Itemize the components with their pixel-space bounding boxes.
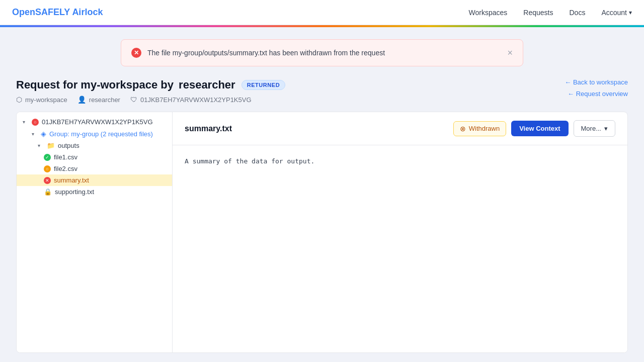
page-meta: ⬡ my-workspace 👤 researcher 🛡 01JKB7EH7Y… <box>16 96 285 104</box>
tree-group[interactable]: ▾ ◈ Group: my-group (2 requested files) <box>17 128 172 140</box>
tree-root-label: 01JKB7EH7YARVWXW1X2YP1K5VG <box>42 118 166 126</box>
tree-supporting-label: supporting.txt <box>55 188 166 196</box>
page-title-user: researcher <box>179 78 235 91</box>
chevron-down-icon: ▾ <box>604 125 608 132</box>
more-button[interactable]: More... ▾ <box>574 120 615 137</box>
brand-name-part1: OpenSAFELY <box>12 7 70 17</box>
page-title-text: Request for my-workspace by researcher <box>16 78 235 92</box>
nav-account-label: Account <box>601 9 627 17</box>
summary-status-icon: ✕ <box>44 177 51 184</box>
workspace-icon: ⬡ <box>16 96 22 104</box>
meta-user-label: researcher <box>89 96 120 104</box>
group-icon: ◈ <box>41 130 46 138</box>
folder-icon: 📁 <box>47 142 55 149</box>
tree-folder-outputs[interactable]: ▾ 📁 outputs <box>17 140 172 151</box>
meta-request-id: 🛡 01JKB7EH7YARVWXW1X2YP1K5VG <box>130 96 252 104</box>
chevron-down-icon: ▾ <box>23 119 29 125</box>
tree-summary-label: summary.txt <box>54 176 166 184</box>
workspace-layout: ▾ ○ 01JKB7EH7YARVWXW1X2YP1K5VG ▾ ◈ Group… <box>16 112 628 353</box>
tree-file-summarytxt[interactable]: ✕ summary.txt <box>17 174 172 186</box>
user-icon: 👤 <box>77 96 86 104</box>
page-title-section: Request for my-workspace by researcher R… <box>16 78 285 104</box>
file-header: summary.txt ⊗ Withdrawn View Context Mor… <box>173 112 627 145</box>
file-actions: ⊗ Withdrawn View Context More... ▾ <box>453 120 615 137</box>
nav-links: Workspaces Requests Docs Account ▾ <box>469 9 632 17</box>
alert-close-button[interactable]: × <box>507 48 513 57</box>
file-content-text: A summary of the data for output. <box>185 157 615 165</box>
page-header: Request for my-workspace by researcher R… <box>16 78 628 104</box>
brand-logo[interactable]: OpenSAFELY Airlock <box>12 7 103 18</box>
back-to-workspace-link[interactable]: ← Back to workspace <box>565 78 628 86</box>
alert-error-icon: ✕ <box>131 48 141 58</box>
tree-file-supportingtxt[interactable]: 🔒 supporting.txt <box>17 186 172 198</box>
tree-file-file2csv[interactable]: ○ file2.csv <box>17 163 172 174</box>
tree-group-label[interactable]: Group: my-group (2 requested files) <box>49 130 166 138</box>
nav-requests[interactable]: Requests <box>523 9 553 17</box>
nav-workspaces[interactable]: Workspaces <box>469 9 508 17</box>
nav-docs[interactable]: Docs <box>570 9 586 17</box>
file-tree: ▾ ○ 01JKB7EH7YARVWXW1X2YP1K5VG ▾ ◈ Group… <box>17 112 173 352</box>
tree-file1-label: file1.csv <box>54 153 166 161</box>
alert-banner: ✕ The file my-group/outputs/summary.txt … <box>121 39 523 66</box>
meta-workspace-label: my-workspace <box>25 96 67 104</box>
file2-status-icon: ○ <box>44 165 51 172</box>
id-icon: 🛡 <box>130 96 137 104</box>
meta-request-id-label: 01JKB7EH7YARVWXW1X2YP1K5VG <box>140 96 252 104</box>
chevron-down-icon: ▾ <box>32 131 38 137</box>
tree-folder-label: outputs <box>58 142 166 149</box>
chevron-down-icon: ▾ <box>38 143 44 148</box>
file-view: summary.txt ⊗ Withdrawn View Context Mor… <box>173 112 627 352</box>
withdrawn-badge: ⊗ Withdrawn <box>453 121 506 136</box>
root-status-icon: ○ <box>32 119 39 126</box>
brand-name-part2: Airlock <box>72 7 103 17</box>
more-label: More... <box>581 125 601 132</box>
alert-content: ✕ The file my-group/outputs/summary.txt … <box>131 48 385 58</box>
status-badge: RETURNED <box>242 80 286 90</box>
alert-message: The file my-group/outputs/summary.txt ha… <box>147 49 385 57</box>
lock-icon: 🔒 <box>44 188 52 196</box>
file-name: summary.txt <box>185 124 232 133</box>
tree-file-file1csv[interactable]: ✓ file1.csv <box>17 151 172 163</box>
withdrawn-icon: ⊗ <box>460 125 466 133</box>
tree-file2-label: file2.csv <box>54 165 166 172</box>
page-title-prefix: Request for my-workspace by <box>16 78 174 91</box>
navbar: OpenSAFELY Airlock Workspaces Requests D… <box>0 0 644 25</box>
view-context-button[interactable]: View Context <box>511 121 568 136</box>
main-content: ✕ The file my-group/outputs/summary.txt … <box>0 27 644 362</box>
withdrawn-label: Withdrawn <box>469 125 500 132</box>
request-overview-link[interactable]: ← Request overview <box>568 90 628 98</box>
tree-root[interactable]: ▾ ○ 01JKB7EH7YARVWXW1X2YP1K5VG <box>17 116 172 128</box>
page-actions: ← Back to workspace ← Request overview <box>565 78 628 98</box>
file-content: A summary of the data for output. <box>173 145 627 352</box>
chevron-down-icon: ▾ <box>629 9 632 16</box>
file1-status-icon: ✓ <box>44 154 51 161</box>
meta-user: 👤 researcher <box>77 96 120 104</box>
meta-workspace: ⬡ my-workspace <box>16 96 67 104</box>
page-title: Request for my-workspace by researcher R… <box>16 78 285 92</box>
nav-account[interactable]: Account ▾ <box>601 9 632 17</box>
